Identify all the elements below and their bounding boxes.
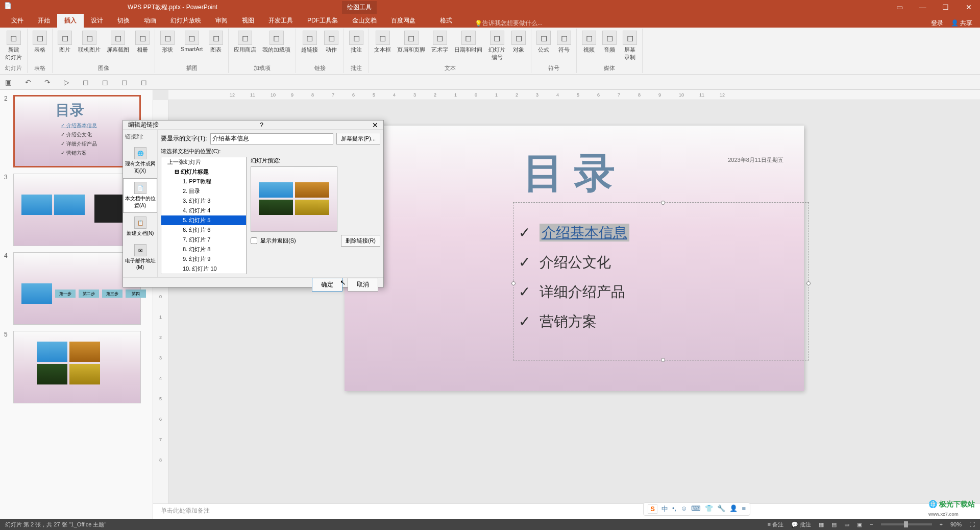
ime-user-icon[interactable]: 👤 (729, 504, 738, 514)
list-item-2[interactable]: 介绍公文化 (519, 253, 803, 272)
tab-slideshow[interactable]: 幻灯片放映 (163, 14, 208, 28)
tab-kingsoft[interactable]: 金山文档 (345, 14, 384, 28)
ribbon-button[interactable]: ◻视频 (580, 30, 598, 62)
zoom-out-button[interactable]: − (870, 521, 873, 527)
ribbon-button[interactable]: ◻公式 (534, 30, 553, 55)
view-sorter-icon[interactable]: ▤ (831, 521, 837, 528)
thumbnail-slide-5[interactable]: 5 (4, 331, 149, 403)
tab-devtools[interactable]: 开发工具 (261, 14, 300, 28)
tab-view[interactable]: 视图 (235, 14, 261, 28)
ribbon-button[interactable]: ◻相册 (133, 30, 152, 55)
ribbon-button[interactable]: ◻表格 (31, 30, 49, 55)
ribbon-button[interactable]: ◻我的加载项 (260, 30, 292, 55)
linkto-email[interactable]: ✉电子邮件地址(M) (123, 240, 157, 274)
dialog-help-button[interactable]: ? (260, 122, 263, 129)
qat-redo-icon[interactable]: ↷ (44, 78, 51, 86)
ribbon-options-icon[interactable]: ▭ (888, 0, 911, 14)
tab-home[interactable]: 开始 (31, 14, 57, 28)
tab-design[interactable]: 设计 (84, 14, 110, 28)
notes-pane[interactable]: 单击此处添加备注 (153, 503, 980, 519)
tree-node[interactable]: 4. 幻灯片 4 (161, 206, 246, 215)
qat-play-icon[interactable]: ▷ (64, 78, 69, 86)
ime-skin-icon[interactable]: 👕 (705, 504, 713, 514)
list-item-3[interactable]: 详细介绍产品 (519, 282, 803, 302)
notes-button[interactable]: ≡ 备注 (768, 521, 783, 528)
ribbon-button[interactable]: ◻符号 (555, 30, 573, 55)
ime-menu-icon[interactable]: ≡ (742, 504, 746, 514)
ok-button[interactable]: 确定 (312, 278, 342, 292)
tree-node[interactable]: 7. 幻灯片 7 (161, 235, 246, 245)
tree-node[interactable]: 10. 幻灯片 10 (161, 264, 246, 274)
tab-insert[interactable]: 插入 (57, 14, 84, 28)
tree-node[interactable]: 9. 幻灯片 9 (161, 254, 246, 264)
linkto-new-doc[interactable]: 📋新建文档(N) (123, 213, 157, 240)
ribbon-button[interactable]: ◻文本框 (372, 30, 393, 62)
zoom-percent[interactable]: 90% (950, 521, 962, 527)
ribbon-button[interactable]: ◻图表 (207, 30, 225, 55)
view-reading-icon[interactable]: ▭ (844, 521, 849, 528)
ime-punct-icon[interactable]: •, (672, 504, 676, 514)
qat-btn-icon[interactable]: ◻ (102, 78, 108, 86)
view-normal-icon[interactable]: ▦ (819, 521, 824, 528)
ribbon-button[interactable]: ◻新建 幻灯片 (3, 30, 24, 62)
ime-keyboard-icon[interactable]: ⌨ (691, 504, 701, 514)
tree-node[interactable]: 3. 幻灯片 3 (161, 196, 246, 206)
qat-btn-icon[interactable]: ◻ (141, 78, 147, 86)
share-button[interactable]: 👤 共享 (951, 19, 972, 28)
linkto-existing-file[interactable]: 🌐现有文件或网页(X) (123, 143, 157, 178)
ribbon-button[interactable]: ◻形状 (158, 30, 177, 55)
tab-animation[interactable]: 动画 (137, 14, 163, 28)
ribbon-button[interactable]: ◻艺术字 (429, 30, 450, 62)
tree-node[interactable]: ⊟ 幻灯片标题 (161, 167, 246, 177)
ribbon-button[interactable]: ◻联机图片 (76, 30, 103, 55)
ribbon-button[interactable]: ◻图片 (56, 30, 74, 55)
ribbon-button[interactable]: ◻音频 (600, 30, 619, 62)
cancel-button[interactable]: 取消 (348, 278, 378, 292)
list-item-1[interactable]: 介绍基本信息 (519, 223, 803, 243)
comments-button[interactable]: 💬 批注 (791, 521, 811, 528)
ribbon-button[interactable]: ◻动作 (322, 30, 340, 55)
view-slideshow-icon[interactable]: ▣ (857, 521, 862, 528)
minimize-button[interactable]: — (911, 0, 934, 14)
qat-btn-icon[interactable]: ◻ (83, 78, 89, 86)
zoom-fit-button[interactable]: ⛶ (969, 521, 975, 527)
ime-toolbar[interactable]: S 中 •, ☺ ⌨ 👕 🔧 👤 ≡ (643, 502, 750, 516)
close-button[interactable]: ✕ (957, 0, 980, 14)
list-item-4[interactable]: 营销方案 (519, 312, 803, 331)
screentip-button[interactable]: 屏幕提示(P)... (336, 133, 380, 144)
tab-baidu[interactable]: 百度网盘 (384, 14, 423, 28)
zoom-slider[interactable] (881, 523, 932, 525)
ribbon-button[interactable]: ◻SmartArt (179, 30, 205, 55)
tree-node[interactable]: 8. 幻灯片 8 (161, 245, 246, 254)
ribbon-button[interactable]: ◻日期和时间 (452, 30, 484, 62)
maximize-button[interactable]: ☐ (934, 0, 957, 14)
ime-tool-icon[interactable]: 🔧 (717, 504, 725, 514)
ribbon-button[interactable]: ◻应用商店 (232, 30, 258, 55)
remove-link-button[interactable]: 删除链接(R) (341, 235, 380, 247)
ribbon-button[interactable]: ◻屏幕截图 (105, 30, 131, 55)
tab-format[interactable]: 格式 (433, 14, 459, 28)
ribbon-button[interactable]: ◻页眉和页脚 (395, 30, 427, 62)
show-return-checkbox[interactable] (251, 237, 257, 244)
tree-node[interactable]: 6. 幻灯片 6 (161, 225, 246, 235)
tab-file[interactable]: 文件 (4, 14, 31, 28)
tab-review[interactable]: 审阅 (208, 14, 235, 28)
zoom-in-button[interactable]: + (940, 521, 943, 527)
tab-pdf[interactable]: PDF工具集 (300, 14, 345, 28)
login-button[interactable]: 登录 (931, 19, 943, 28)
qat-save-icon[interactable]: ▣ (5, 78, 12, 86)
tree-node[interactable]: 2. 目录 (161, 186, 246, 196)
content-placeholder[interactable]: 介绍基本信息 介绍公文化 详细介绍产品 营销方案 (513, 202, 809, 360)
current-slide[interactable]: 2023年8月11日星期五 目录 介绍基本信息 介绍公文化 详细介绍产品 营销方… (345, 126, 804, 391)
tell-me-input[interactable]: 💡 告诉我您想要做什么... (475, 19, 543, 28)
qat-undo-icon[interactable]: ↶ (25, 78, 31, 86)
display-text-input[interactable] (210, 133, 334, 144)
tree-node[interactable]: 1. PPT教程 (161, 177, 246, 186)
ribbon-button[interactable]: ◻超链接 (299, 30, 320, 55)
qat-btn-icon[interactable]: ◻ (121, 78, 128, 86)
ime-lang[interactable]: 中 (662, 504, 668, 514)
ime-emoji-icon[interactable]: ☺ (680, 504, 687, 514)
ribbon-button[interactable]: ◻屏幕 录制 (621, 30, 639, 62)
tree-node[interactable]: 5. 幻灯片 5 (161, 215, 246, 225)
linkto-place-in-doc[interactable]: 📄本文档中的位置(A) (123, 178, 157, 213)
